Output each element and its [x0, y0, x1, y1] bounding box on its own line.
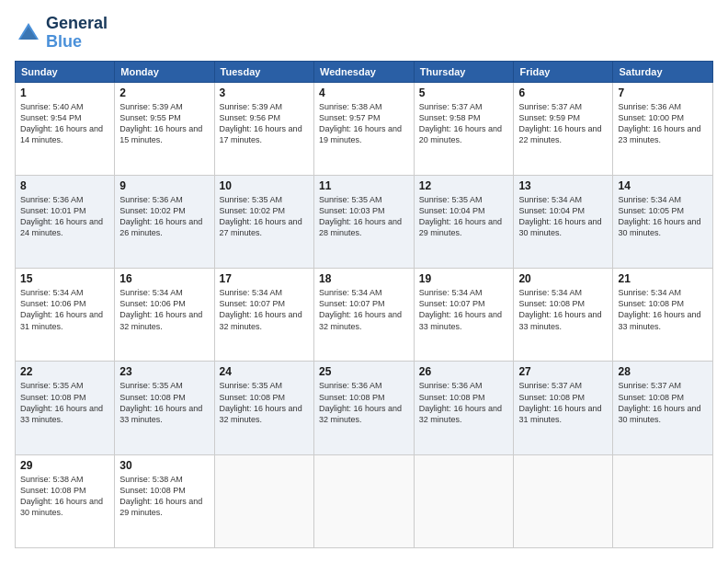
calendar-cell	[613, 454, 713, 547]
calendar-cell: 11 Sunrise: 5:35 AM Sunset: 10:03 PM Day…	[313, 175, 414, 268]
calendar-cell: 16 Sunrise: 5:34 AM Sunset: 10:06 PM Day…	[115, 269, 214, 362]
day-number: 8	[20, 179, 109, 192]
day-number: 18	[319, 272, 409, 285]
calendar-cell: 7 Sunrise: 5:36 AM Sunset: 10:00 PM Dayl…	[613, 82, 713, 175]
calendar-cell: 20 Sunrise: 5:34 AM Sunset: 10:08 PM Day…	[514, 269, 613, 362]
day-detail: Sunrise: 5:35 AM Sunset: 10:03 PM Daylig…	[319, 194, 409, 239]
day-number: 28	[618, 365, 708, 378]
day-number: 16	[119, 272, 209, 285]
calendar-cell: 1 Sunrise: 5:40 AM Sunset: 9:54 PM Dayli…	[16, 82, 115, 175]
day-number: 5	[419, 86, 509, 99]
day-detail: Sunrise: 5:36 AM Sunset: 10:00 PM Daylig…	[618, 101, 708, 146]
day-number: 23	[119, 365, 209, 378]
calendar-cell: 2 Sunrise: 5:39 AM Sunset: 9:55 PM Dayli…	[115, 82, 214, 175]
calendar-week-row: 15 Sunrise: 5:34 AM Sunset: 10:06 PM Day…	[16, 269, 713, 362]
day-number: 26	[419, 365, 509, 378]
day-number: 17	[220, 272, 309, 285]
day-number: 30	[119, 459, 209, 472]
calendar-week-row: 8 Sunrise: 5:36 AM Sunset: 10:01 PM Dayl…	[16, 175, 713, 268]
calendar-week-row: 1 Sunrise: 5:40 AM Sunset: 9:54 PM Dayli…	[16, 82, 713, 175]
logo-icon	[15, 19, 42, 47]
calendar-cell: 6 Sunrise: 5:37 AM Sunset: 9:59 PM Dayli…	[514, 82, 613, 175]
calendar-cell: 30 Sunrise: 5:38 AM Sunset: 10:08 PM Day…	[115, 454, 214, 547]
day-number: 9	[119, 179, 209, 192]
day-number: 10	[220, 179, 309, 192]
calendar-cell: 4 Sunrise: 5:38 AM Sunset: 9:57 PM Dayli…	[313, 82, 414, 175]
column-header-thursday: Thursday	[414, 61, 514, 82]
calendar-cell: 19 Sunrise: 5:34 AM Sunset: 10:07 PM Day…	[414, 269, 514, 362]
column-header-friday: Friday	[514, 61, 613, 82]
logo-text: General Blue	[46, 15, 108, 52]
calendar-cell: 8 Sunrise: 5:36 AM Sunset: 10:01 PM Dayl…	[16, 175, 115, 268]
calendar-cell: 14 Sunrise: 5:34 AM Sunset: 10:05 PM Day…	[613, 175, 713, 268]
day-detail: Sunrise: 5:35 AM Sunset: 10:02 PM Daylig…	[220, 194, 309, 239]
day-number: 27	[518, 365, 608, 378]
day-detail: Sunrise: 5:35 AM Sunset: 10:08 PM Daylig…	[119, 380, 209, 425]
column-header-monday: Monday	[115, 61, 214, 82]
calendar-cell: 27 Sunrise: 5:37 AM Sunset: 10:08 PM Day…	[514, 362, 613, 454]
calendar-cell: 17 Sunrise: 5:34 AM Sunset: 10:07 PM Day…	[214, 269, 313, 362]
column-header-sunday: Sunday	[16, 61, 115, 82]
day-detail: Sunrise: 5:36 AM Sunset: 10:08 PM Daylig…	[419, 380, 509, 425]
day-number: 1	[20, 86, 109, 99]
calendar-cell: 5 Sunrise: 5:37 AM Sunset: 9:58 PM Dayli…	[414, 82, 514, 175]
day-number: 29	[20, 459, 109, 472]
day-detail: Sunrise: 5:34 AM Sunset: 10:06 PM Daylig…	[20, 287, 109, 332]
day-number: 2	[119, 86, 209, 99]
day-detail: Sunrise: 5:36 AM Sunset: 10:02 PM Daylig…	[119, 194, 209, 239]
day-number: 3	[220, 86, 309, 99]
day-number: 22	[20, 365, 109, 378]
calendar-table: SundayMondayTuesdayWednesdayThursdayFrid…	[15, 61, 713, 548]
calendar-cell: 25 Sunrise: 5:36 AM Sunset: 10:08 PM Day…	[313, 362, 414, 454]
day-number: 13	[518, 179, 608, 192]
day-detail: Sunrise: 5:34 AM Sunset: 10:06 PM Daylig…	[119, 287, 209, 332]
calendar-header-row: SundayMondayTuesdayWednesdayThursdayFrid…	[16, 61, 713, 82]
calendar-cell	[313, 454, 414, 547]
day-detail: Sunrise: 5:34 AM Sunset: 10:04 PM Daylig…	[518, 194, 608, 239]
calendar-week-row: 29 Sunrise: 5:38 AM Sunset: 10:08 PM Day…	[16, 454, 713, 547]
column-header-tuesday: Tuesday	[214, 61, 313, 82]
day-number: 21	[618, 272, 708, 285]
day-detail: Sunrise: 5:34 AM Sunset: 10:08 PM Daylig…	[618, 287, 708, 332]
day-number: 14	[618, 179, 708, 192]
day-detail: Sunrise: 5:39 AM Sunset: 9:55 PM Dayligh…	[119, 101, 209, 146]
calendar-week-row: 22 Sunrise: 5:35 AM Sunset: 10:08 PM Day…	[16, 362, 713, 454]
day-detail: Sunrise: 5:35 AM Sunset: 10:08 PM Daylig…	[20, 380, 109, 425]
day-detail: Sunrise: 5:34 AM Sunset: 10:07 PM Daylig…	[419, 287, 509, 332]
day-number: 6	[518, 86, 608, 99]
day-detail: Sunrise: 5:35 AM Sunset: 10:08 PM Daylig…	[220, 380, 309, 425]
calendar-cell: 26 Sunrise: 5:36 AM Sunset: 10:08 PM Day…	[414, 362, 514, 454]
day-detail: Sunrise: 5:40 AM Sunset: 9:54 PM Dayligh…	[20, 101, 109, 146]
calendar-cell: 10 Sunrise: 5:35 AM Sunset: 10:02 PM Day…	[214, 175, 313, 268]
calendar-cell: 22 Sunrise: 5:35 AM Sunset: 10:08 PM Day…	[16, 362, 115, 454]
calendar-cell: 9 Sunrise: 5:36 AM Sunset: 10:02 PM Dayl…	[115, 175, 214, 268]
calendar-cell	[214, 454, 313, 547]
day-number: 12	[419, 179, 509, 192]
day-number: 19	[419, 272, 509, 285]
calendar-cell: 23 Sunrise: 5:35 AM Sunset: 10:08 PM Day…	[115, 362, 214, 454]
day-detail: Sunrise: 5:34 AM Sunset: 10:07 PM Daylig…	[220, 287, 309, 332]
calendar-cell: 12 Sunrise: 5:35 AM Sunset: 10:04 PM Day…	[414, 175, 514, 268]
day-number: 7	[618, 86, 708, 99]
calendar-cell: 15 Sunrise: 5:34 AM Sunset: 10:06 PM Day…	[16, 269, 115, 362]
calendar-cell: 29 Sunrise: 5:38 AM Sunset: 10:08 PM Day…	[16, 454, 115, 547]
day-detail: Sunrise: 5:36 AM Sunset: 10:01 PM Daylig…	[20, 194, 109, 239]
day-detail: Sunrise: 5:38 AM Sunset: 9:57 PM Dayligh…	[319, 101, 409, 146]
calendar-cell: 3 Sunrise: 5:39 AM Sunset: 9:56 PM Dayli…	[214, 82, 313, 175]
day-number: 25	[319, 365, 409, 378]
day-detail: Sunrise: 5:37 AM Sunset: 9:59 PM Dayligh…	[518, 101, 608, 146]
day-detail: Sunrise: 5:34 AM Sunset: 10:05 PM Daylig…	[618, 194, 708, 239]
logo: General Blue	[15, 15, 108, 52]
day-detail: Sunrise: 5:34 AM Sunset: 10:08 PM Daylig…	[518, 287, 608, 332]
day-detail: Sunrise: 5:34 AM Sunset: 10:07 PM Daylig…	[319, 287, 409, 332]
day-detail: Sunrise: 5:37 AM Sunset: 10:08 PM Daylig…	[618, 380, 708, 425]
day-detail: Sunrise: 5:37 AM Sunset: 9:58 PM Dayligh…	[419, 101, 509, 146]
header: General Blue	[15, 15, 713, 52]
day-number: 11	[319, 179, 409, 192]
calendar-cell: 21 Sunrise: 5:34 AM Sunset: 10:08 PM Day…	[613, 269, 713, 362]
day-number: 15	[20, 272, 109, 285]
column-header-saturday: Saturday	[613, 61, 713, 82]
calendar-cell: 18 Sunrise: 5:34 AM Sunset: 10:07 PM Day…	[313, 269, 414, 362]
calendar-cell: 28 Sunrise: 5:37 AM Sunset: 10:08 PM Day…	[613, 362, 713, 454]
day-detail: Sunrise: 5:38 AM Sunset: 10:08 PM Daylig…	[119, 474, 209, 519]
